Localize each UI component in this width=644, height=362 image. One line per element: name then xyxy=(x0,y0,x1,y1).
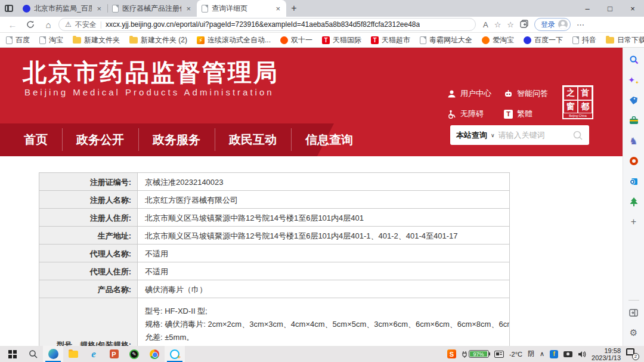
tab-baidu-search[interactable]: 北京市药监局_百度搜索 × xyxy=(18,0,107,17)
shopping-tag-icon[interactable] xyxy=(627,93,641,107)
chevron-down-icon[interactable]: ∨ xyxy=(491,132,495,138)
table-row: 注册证编号:京械注准20232140023 xyxy=(39,173,510,191)
table-row: 生产地址:北京市顺义区马坡镇聚源中路12号院14号楼1至6层101内4层401-… xyxy=(39,227,510,245)
header-quick-links: 用户中心 智能问答 无障碍 T 繁體 xyxy=(447,88,561,119)
address-divider: | xyxy=(100,20,102,29)
wheelchair-icon xyxy=(447,110,456,119)
table-row: 代理人名称:不适用 xyxy=(39,245,510,262)
capital-window-seal[interactable]: 之 首 窗 都 Beijing-China xyxy=(562,85,593,119)
weather-label[interactable]: 阴 xyxy=(528,349,534,358)
discover-sparkle-icon[interactable]: ✦✦ xyxy=(627,73,641,87)
battery-indicator[interactable]: 97% xyxy=(462,350,489,358)
page-favicon xyxy=(112,5,119,13)
tmall-icon: T xyxy=(371,36,379,44)
accessibility-link[interactable]: 无障碍 xyxy=(447,109,504,119)
search-icon[interactable] xyxy=(572,130,583,141)
tab-query-detail-active[interactable]: 查询详细页 × xyxy=(197,0,286,17)
nav-gov-open[interactable]: 政务公开 xyxy=(62,132,138,148)
bolt-icon: ⚡ xyxy=(197,36,205,44)
collections-icon[interactable] xyxy=(520,20,528,30)
notification-center-icon[interactable]: 2 xyxy=(626,348,639,360)
more-menu-icon[interactable]: ⋯ xyxy=(577,20,584,29)
taskbar-powerpoint-icon[interactable]: P xyxy=(104,346,124,362)
smart-qa-link[interactable]: 智能问答 xyxy=(504,88,561,99)
tab-actions-icon[interactable] xyxy=(0,0,18,17)
tab-close-icon[interactable]: × xyxy=(274,4,281,13)
bookmark-item[interactable]: 抖音 xyxy=(572,35,596,45)
address-bar[interactable]: ⚠ 不安全 | xxcx.yjj.beijing.gov.cn/eportal/… xyxy=(58,18,476,31)
traditional-chinese-link[interactable]: T 繁體 xyxy=(504,109,561,119)
taskbar-qq-icon[interactable] xyxy=(165,346,185,362)
user-center-link[interactable]: 用户中心 xyxy=(447,88,504,99)
tree-app-icon[interactable] xyxy=(627,194,641,209)
news-widget-icon[interactable] xyxy=(494,351,504,358)
camera-tray-icon[interactable] xyxy=(564,351,572,357)
back-icon[interactable]: ← xyxy=(5,18,20,31)
tools-toolbox-icon[interactable] xyxy=(627,113,641,128)
clock[interactable]: 19:58 2023/1/13 xyxy=(592,347,621,361)
nav-info-query[interactable]: 信息查询 xyxy=(291,132,367,148)
login-button[interactable]: 登录 xyxy=(534,18,571,31)
restore-button[interactable]: □ xyxy=(599,0,621,17)
home-icon[interactable]: ⌂ xyxy=(41,18,56,31)
tab-title: 查询详细页 xyxy=(212,4,271,14)
office-icon[interactable] xyxy=(627,154,641,168)
temperature-label[interactable]: -2°C xyxy=(509,351,522,358)
taskbar-pen-app-icon[interactable]: ✎ xyxy=(124,346,144,362)
taskbar-search-icon[interactable] xyxy=(23,346,43,362)
aitaobao-icon xyxy=(482,36,490,44)
flash-tray-icon[interactable]: f xyxy=(550,350,558,358)
tab-close-icon[interactable]: × xyxy=(185,4,192,13)
sogou-input-icon[interactable]: S xyxy=(447,349,456,358)
taskbar-ie-icon[interactable]: e xyxy=(83,346,104,362)
games-chess-icon[interactable]: ♞ xyxy=(627,134,641,148)
bookmark-item[interactable]: 百度 xyxy=(6,35,30,45)
sidebar-divider xyxy=(628,300,639,301)
bookmark-folder[interactable]: 日常下载 xyxy=(606,35,644,45)
search-scope-select[interactable]: 本站查询 xyxy=(456,130,487,141)
folder-icon xyxy=(606,37,614,44)
sidebar-panel-icon[interactable] xyxy=(627,305,641,320)
bookmark-folder[interactable]: 新建文件夹 xyxy=(73,35,120,45)
tab-device-registration[interactable]: 医疗器械产品注册信息 × xyxy=(107,0,197,17)
nav-home[interactable]: 首页 xyxy=(24,132,62,148)
bookmark-item[interactable]: 淘宝 xyxy=(39,35,63,45)
search-icon[interactable] xyxy=(627,52,641,67)
speaker-icon[interactable] xyxy=(578,351,586,358)
bookmark-item[interactable]: 双十一 xyxy=(280,35,312,45)
start-button[interactable] xyxy=(2,346,23,362)
add-favorite-icon[interactable]: ☆ xyxy=(494,20,501,29)
bookmark-item[interactable]: 毒霸网址大全 xyxy=(420,35,472,45)
taskbar-chrome-icon[interactable] xyxy=(144,346,165,362)
site-search-box: 本站查询 ∨ xyxy=(450,125,589,145)
seal-char: 首 xyxy=(578,86,592,100)
taskbar-edge-icon[interactable] xyxy=(43,346,63,362)
taskbar-file-explorer-icon[interactable] xyxy=(63,346,83,362)
edge-sidebar: ✦✦ ♞ + ⚙ xyxy=(623,48,644,346)
close-button[interactable]: × xyxy=(621,0,644,17)
tmall-icon: T xyxy=(322,36,330,44)
table-row: 注册人住所:北京市顺义区马坡镇聚源中路12号院14号楼1至6层101内4层401 xyxy=(39,209,510,227)
outlook-icon[interactable] xyxy=(627,174,641,188)
new-tab-button[interactable]: + xyxy=(286,3,302,14)
bookmark-item[interactable]: T天猫超市 xyxy=(371,35,410,45)
bookmark-item[interactable]: ⚡连续滚动式全自动... xyxy=(197,35,271,45)
refresh-icon[interactable] xyxy=(23,18,38,31)
search-input[interactable] xyxy=(499,131,569,140)
nav-gov-service[interactable]: 政务服务 xyxy=(138,132,215,148)
bookmark-folder[interactable]: 新建文件夹 (2) xyxy=(129,35,187,45)
favorites-hub-icon[interactable]: ☆ xyxy=(507,20,514,29)
doc-icon xyxy=(6,36,13,44)
add-sidebar-item-icon[interactable]: + xyxy=(627,215,641,229)
url-text[interactable]: xxcx.yjj.beijing.gov.cn/eportal/ui?pageI… xyxy=(106,20,420,29)
warning-icon: ⚠ xyxy=(65,20,72,29)
bookmark-item[interactable]: 爱淘宝 xyxy=(482,35,514,45)
bookmark-item[interactable]: 百度一下 xyxy=(524,35,563,45)
nav-interaction[interactable]: 政民互动 xyxy=(215,132,291,148)
tab-close-icon[interactable]: × xyxy=(95,4,103,13)
tray-expand-icon[interactable]: ∧ xyxy=(540,350,544,358)
bookmark-item[interactable]: T天猫国际 xyxy=(322,35,361,45)
sidebar-settings-gear-icon[interactable]: ⚙ xyxy=(627,326,641,340)
read-aloud-icon[interactable]: A xyxy=(483,20,488,29)
minimize-button[interactable]: – xyxy=(576,0,599,17)
